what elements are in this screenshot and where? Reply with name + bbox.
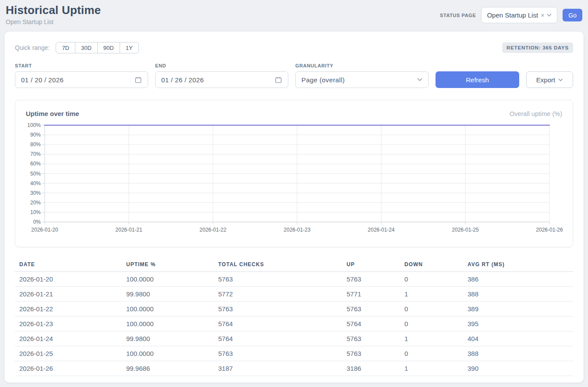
refresh-button[interactable]: Refresh: [436, 71, 519, 88]
clear-selection-icon[interactable]: ×: [541, 12, 544, 19]
table-cell: 0: [400, 317, 463, 331]
end-date-input[interactable]: 01 / 26 / 2026: [155, 71, 288, 88]
table-cell: 390: [463, 361, 573, 376]
svg-text:2026-01-20: 2026-01-20: [31, 227, 58, 233]
table-cell: 388: [463, 346, 573, 361]
column-header: AVG RT (MS): [463, 257, 573, 272]
end-date-value: 01 / 26 / 2026: [161, 76, 204, 84]
table-cell: 5771: [342, 287, 400, 302]
table-cell: 5763: [342, 272, 400, 287]
page-subtitle: Open Startup List: [6, 18, 101, 25]
table-cell: 386: [463, 272, 573, 287]
export-button-label: Export: [536, 76, 555, 84]
quick-range-30d-button[interactable]: 30D: [75, 42, 98, 53]
table-cell: 2026-01-22: [15, 302, 122, 317]
chevron-down-icon: [558, 78, 563, 81]
table-cell: 5763: [342, 331, 400, 346]
table-row: 2026-01-2699.9686318731861390: [15, 361, 573, 376]
table-cell: 5764: [214, 317, 342, 331]
top-header: Historical Uptime Open Startup List STAT…: [0, 0, 588, 31]
granularity-selected-value: Page (overall): [301, 76, 345, 84]
table-cell: 5763: [342, 346, 400, 361]
granularity-field-wrap: GRANULARITY Page (overall): [295, 63, 429, 88]
table-cell: 2026-01-25: [15, 346, 122, 361]
svg-text:2026-01-21: 2026-01-21: [115, 227, 142, 233]
table-cell: 100.0000: [122, 302, 214, 317]
column-header: UPTIME %: [122, 257, 214, 272]
svg-text:20%: 20%: [30, 200, 41, 206]
table-cell: 5764: [214, 331, 342, 346]
start-date-input[interactable]: 01 / 20 / 2026: [15, 71, 148, 88]
chart-svg: 0%10%20%30%40%50%60%70%80%90%100%2026-01…: [26, 123, 564, 236]
table-cell: 395: [463, 317, 573, 331]
table-row: 2026-01-2499.9800576457631404: [15, 331, 573, 346]
table-cell: 1: [400, 331, 463, 346]
uptime-chart-card: Uptime over time Overall uptime (%) 0%10…: [15, 100, 573, 247]
calendar-icon[interactable]: [135, 76, 142, 84]
table-cell: 99.9800: [122, 287, 214, 302]
table-cell: 1: [400, 287, 463, 302]
table-cell: 2026-01-20: [15, 272, 122, 287]
table-cell: 100.0000: [122, 272, 214, 287]
table-cell: 0: [400, 302, 463, 317]
table-cell: 100.0000: [122, 346, 214, 361]
table-cell: 5763: [214, 302, 342, 317]
quick-range-90d-button[interactable]: 90D: [98, 42, 120, 53]
table-cell: 100.0000: [122, 317, 214, 331]
svg-text:2026-01-22: 2026-01-22: [199, 227, 227, 233]
title-block: Historical Uptime Open Startup List: [6, 4, 101, 25]
table-cell: 99.9800: [122, 331, 214, 346]
svg-text:80%: 80%: [30, 141, 41, 148]
page-title: Historical Uptime: [6, 4, 101, 17]
quick-range-row: Quick range: 7D30D90D1Y RETENTION: 365 D…: [15, 42, 573, 53]
end-date-field-wrap: END 01 / 26 / 2026: [155, 63, 288, 88]
svg-text:70%: 70%: [30, 151, 41, 157]
column-header: UP: [342, 257, 400, 272]
table-cell: 404: [463, 331, 573, 346]
svg-text:2026-01-25: 2026-01-25: [452, 227, 479, 233]
chevron-down-icon: [547, 14, 552, 17]
granularity-select[interactable]: Page (overall): [295, 71, 429, 88]
quick-range-1y-button[interactable]: 1Y: [120, 42, 139, 53]
column-header: TOTAL CHECKS: [214, 257, 342, 272]
table-cell: 389: [463, 302, 573, 317]
uptime-table: DATEUPTIME %TOTAL CHECKSUPDOWNAVG RT (MS…: [15, 257, 573, 376]
svg-text:0%: 0%: [33, 219, 41, 225]
table-cell: 5763: [342, 302, 400, 317]
chart-title: Uptime over time: [26, 110, 79, 117]
table-cell: 99.9686: [122, 361, 214, 376]
granularity-label: GRANULARITY: [295, 63, 429, 68]
quick-range-7d-button[interactable]: 7D: [56, 42, 75, 53]
table-cell: 5764: [342, 317, 400, 331]
chart-header: Uptime over time Overall uptime (%): [26, 110, 562, 117]
table-cell: 5763: [214, 272, 342, 287]
main-card: Quick range: 7D30D90D1Y RETENTION: 365 D…: [4, 32, 584, 383]
table-header-row: DATEUPTIME %TOTAL CHECKSUPDOWNAVG RT (MS…: [15, 257, 573, 272]
column-header: DATE: [15, 257, 122, 272]
go-button[interactable]: Go: [563, 9, 582, 21]
table-cell: 1: [400, 361, 463, 376]
table-cell: 2026-01-21: [15, 287, 122, 302]
quick-range-group: Quick range: 7D30D90D1Y: [15, 42, 139, 53]
status-page-label: STATUS PAGE: [440, 13, 476, 18]
svg-text:10%: 10%: [30, 209, 41, 215]
status-page-select[interactable]: Open Startup List ×: [481, 7, 557, 23]
table-cell: 5763: [214, 346, 342, 361]
table-row: 2026-01-20100.0000576357630386: [15, 272, 573, 287]
svg-text:60%: 60%: [30, 161, 41, 167]
start-date-field-wrap: START 01 / 20 / 2026: [15, 63, 148, 88]
table-row: 2026-01-2199.9800577257711388: [15, 287, 573, 302]
chevron-down-icon: [417, 78, 422, 81]
table-cell: 2026-01-24: [15, 331, 122, 346]
export-button[interactable]: Export: [526, 71, 573, 88]
uptime-line-chart: 0%10%20%30%40%50%60%70%80%90%100%2026-01…: [26, 123, 562, 238]
table-cell: 3187: [214, 361, 342, 376]
quick-range-label: Quick range:: [15, 44, 50, 51]
table-cell: 2026-01-26: [15, 361, 122, 376]
filter-row: START 01 / 20 / 2026 END 01 / 26 / 2026: [15, 63, 573, 88]
table-row: 2026-01-22100.0000576357630389: [15, 302, 573, 317]
quick-range-buttons: 7D30D90D1Y: [56, 42, 138, 53]
svg-text:50%: 50%: [30, 171, 41, 177]
calendar-icon[interactable]: [275, 76, 282, 84]
table-cell: 388: [463, 287, 573, 302]
